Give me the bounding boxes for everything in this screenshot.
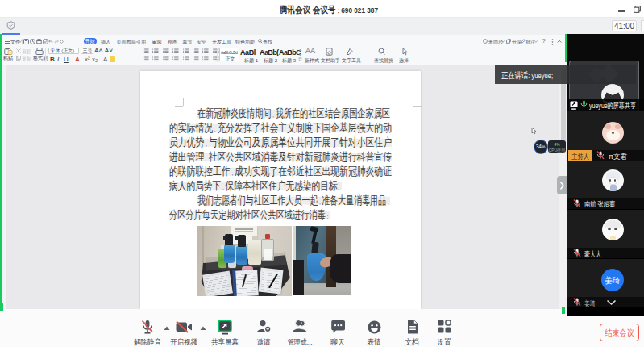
svg-text:豪大大: 豪大大 xyxy=(584,249,601,257)
svg-text:设置: 设置 xyxy=(436,337,451,346)
svg-text:南航 张超骞: 南航 张超骞 xyxy=(584,200,615,208)
svg-text:在新冠肺炎疫情期间，我所在的社区结合原国企家属区: 在新冠肺炎疫情期间，我所在的社区结合原国企家属区 xyxy=(197,107,390,119)
svg-text:开启视频: 开启视频 xyxy=(170,337,197,346)
svg-text:聊天: 聊天 xyxy=(330,337,345,346)
svg-text:姜琦: 姜琦 xyxy=(605,276,621,285)
svg-text:正在讲话: yueyue;: 正在讲话: yueyue; xyxy=(501,70,553,80)
svg-text:姜琦: 姜琦 xyxy=(584,299,596,307)
svg-text:π文君: π文君 xyxy=(609,152,627,160)
svg-text:的联防联控工作，成功实现了在邻近社区出现新冠肺炎确证: 的联防联控工作，成功实现了在邻近社区出现新冠肺炎确证 xyxy=(169,165,392,178)
svg-text:共享屏幕: 共享屏幕 xyxy=(211,337,239,346)
svg-text:员力优势，与物业公司及原属单位共同开展了针对小区住户: 员力优势，与物业公司及原属单位共同开展了针对小区住户 xyxy=(169,136,392,148)
svg-text:邀请: 邀请 xyxy=(256,337,271,346)
svg-text:我们志愿者们与社区工作人员一起，准备大量消毒用品，: 我们志愿者们与社区工作人员一起，准备大量消毒用品， xyxy=(197,194,390,207)
svg-text:进出管理、社区公共区域消毒及针对新冠肺炎进行科普宣传: 进出管理、社区公共区域消毒及针对新冠肺炎进行科普宣传 xyxy=(169,150,392,163)
svg-text:表情: 表情 xyxy=(367,337,381,346)
svg-text:主持人: 主持人 xyxy=(571,152,589,160)
svg-text:结束会议: 结束会议 xyxy=(605,328,634,337)
svg-text:分区分片每天定期对社区公共区域进行消毒；: 分区分片每天定期对社区公共区域进行消毒； xyxy=(169,208,330,221)
svg-text:的实际情况，充分发挥了社会主义制度下国企基层强大的动: 的实际情况，充分发挥了社会主义制度下国企基层强大的动 xyxy=(169,121,392,134)
svg-text:文档: 文档 xyxy=(405,337,419,346)
svg-text:解除静音: 解除静音 xyxy=(134,337,161,346)
svg-text:yueyue的屏幕共享: yueyue的屏幕共享 xyxy=(589,101,636,109)
svg-text:病人的局势下，保障本社区住户无感染的目标。: 病人的局势下，保障本社区住户无感染的目标。 xyxy=(169,179,342,192)
svg-text:管理成...: 管理成... xyxy=(288,337,313,346)
